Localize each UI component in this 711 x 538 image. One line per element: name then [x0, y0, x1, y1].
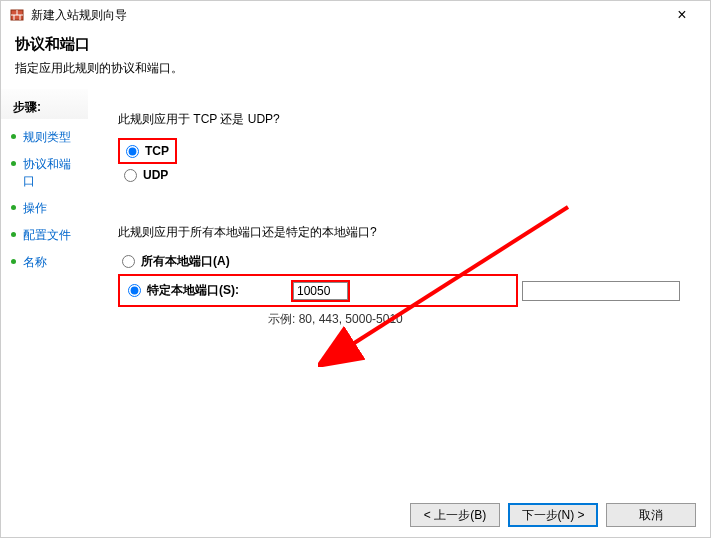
page-subtitle: 指定应用此规则的协议和端口。 — [15, 60, 696, 77]
port-input-extended[interactable] — [522, 281, 680, 301]
question-protocol: 此规则应用于 TCP 还是 UDP? — [118, 111, 680, 128]
next-button[interactable]: 下一步(N) > — [508, 503, 598, 527]
step-name[interactable]: 名称 — [1, 249, 88, 276]
step-protocol-port[interactable]: 协议和端口 — [1, 151, 88, 195]
port-input[interactable] — [293, 282, 348, 300]
footer-buttons: < 上一步(B) 下一步(N) > 取消 — [410, 503, 696, 527]
header: 协议和端口 指定应用此规则的协议和端口。 — [1, 29, 710, 89]
page-title: 协议和端口 — [15, 35, 696, 54]
step-rule-type[interactable]: 规则类型 — [1, 124, 88, 151]
radio-all-ports-label: 所有本地端口(A) — [141, 253, 230, 270]
radio-specific-ports-input[interactable] — [128, 284, 141, 297]
highlight-tcp: TCP — [118, 138, 177, 164]
back-button[interactable]: < 上一步(B) — [410, 503, 500, 527]
steps-sidebar: 步骤: 规则类型 协议和端口 操作 配置文件 名称 — [1, 89, 88, 509]
port-example: 示例: 80, 443, 5000-5010 — [268, 311, 680, 328]
cancel-button[interactable]: 取消 — [606, 503, 696, 527]
radio-udp-input[interactable] — [124, 169, 137, 182]
titlebar: 新建入站规则向导 × — [1, 1, 710, 29]
firewall-icon — [9, 7, 25, 23]
step-action[interactable]: 操作 — [1, 195, 88, 222]
radio-udp-label: UDP — [143, 168, 168, 182]
radio-tcp[interactable]: TCP — [122, 142, 173, 160]
radio-tcp-label: TCP — [145, 144, 169, 158]
radio-all-ports[interactable]: 所有本地端口(A) — [118, 251, 680, 272]
radio-specific-ports-label: 特定本地端口(S): — [147, 282, 239, 299]
radio-specific-ports[interactable]: 特定本地端口(S): — [124, 280, 269, 301]
highlight-port-input — [291, 280, 350, 302]
radio-tcp-input[interactable] — [126, 145, 139, 158]
question-ports: 此规则应用于所有本地端口还是特定的本地端口? — [118, 224, 680, 241]
highlight-specific-ports: 特定本地端口(S): — [118, 274, 518, 307]
close-button[interactable]: × — [662, 6, 702, 24]
radio-all-ports-input[interactable] — [122, 255, 135, 268]
window-title: 新建入站规则向导 — [31, 7, 662, 24]
content-panel: 此规则应用于 TCP 还是 UDP? TCP UDP 此规则应用于所有本地端口还… — [88, 89, 710, 509]
steps-label: 步骤: — [1, 95, 88, 124]
radio-udp[interactable]: UDP — [120, 166, 680, 184]
step-profile[interactable]: 配置文件 — [1, 222, 88, 249]
